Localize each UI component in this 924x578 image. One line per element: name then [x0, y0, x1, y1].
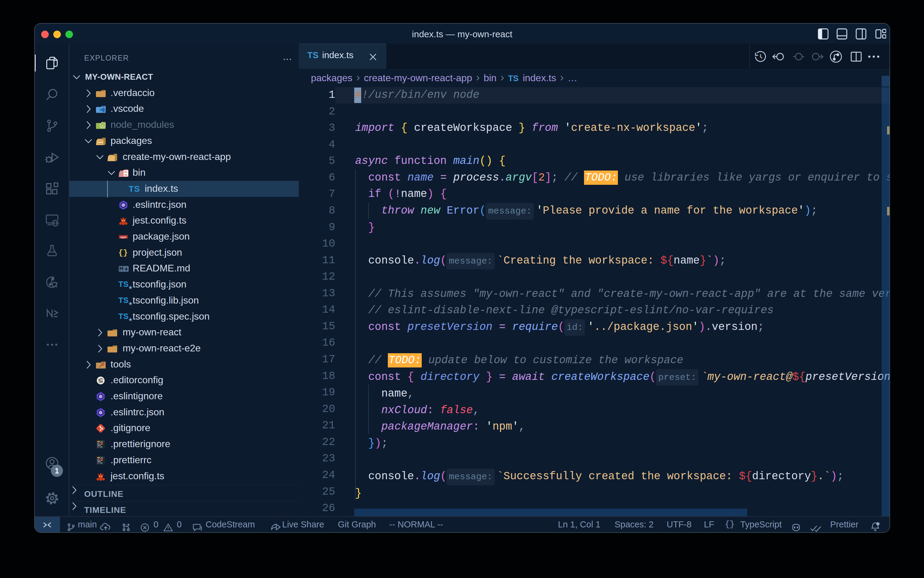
svg-text:js: js	[101, 124, 104, 127]
svg-text:npm: npm	[120, 236, 126, 239]
svg-text:10: 10	[125, 174, 128, 176]
svg-text:01: 01	[125, 170, 128, 173]
